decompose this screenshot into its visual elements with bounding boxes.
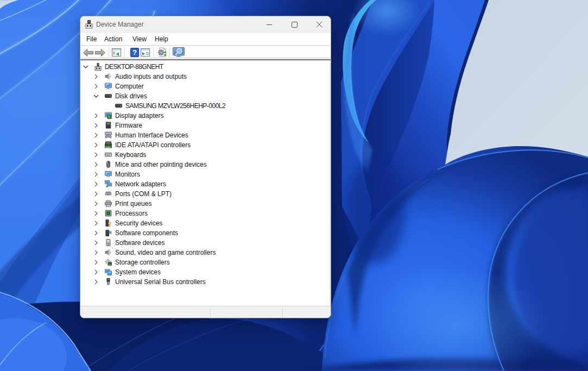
svg-text:?: ? <box>132 48 137 56</box>
